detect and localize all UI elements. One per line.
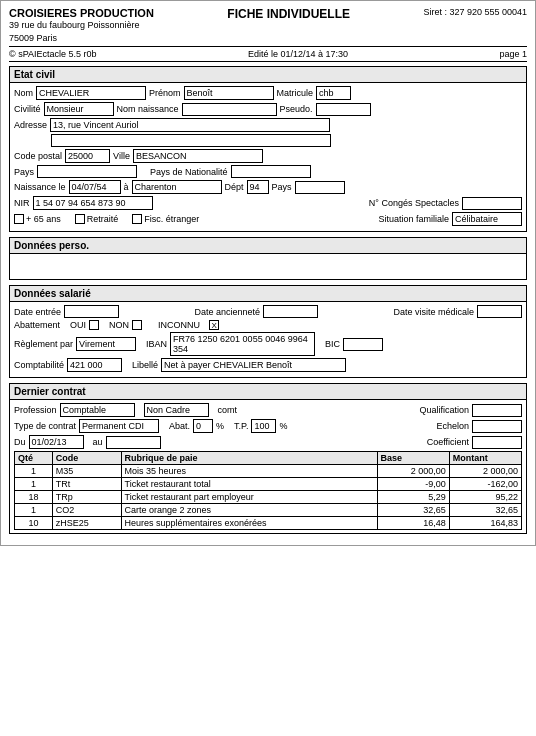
echelon-field[interactable] bbox=[472, 420, 522, 433]
type-contrat-label: Type de contrat bbox=[14, 421, 76, 431]
date-entree-field[interactable] bbox=[64, 305, 119, 318]
cadre-value: Non Cadre bbox=[147, 405, 191, 415]
table-header-row: Qté Code Rubrique de paie Base Montant bbox=[15, 452, 522, 465]
comptabilite-field[interactable]: 421 000 bbox=[67, 358, 122, 372]
naissance-lieu-field[interactable]: Charenton bbox=[132, 180, 222, 194]
cadre-field[interactable]: Non Cadre bbox=[144, 403, 209, 417]
cell-base: -9,00 bbox=[377, 478, 449, 491]
abat-pct: % bbox=[216, 421, 224, 431]
dept-field[interactable]: 94 bbox=[247, 180, 269, 194]
adresse-line1-field[interactable]: 13, rue Vincent Auriol bbox=[50, 118, 330, 132]
comt-label: comt bbox=[218, 405, 238, 415]
type-contrat-field[interactable]: Permanent CDI bbox=[79, 419, 159, 433]
profession-field[interactable]: Comptable bbox=[60, 403, 135, 417]
inconnu-label: INCONNU bbox=[158, 320, 200, 330]
du-field[interactable]: 01/02/13 bbox=[29, 435, 84, 449]
ville-value: BESANCON bbox=[136, 151, 187, 161]
etat-civil-section: Etat civil Nom CHEVALIER Prénom Benoît M… bbox=[9, 66, 527, 232]
situation-field[interactable]: Célibataire bbox=[452, 212, 522, 226]
header: CROISIERES PRODUCTION 39 rue du faubourg… bbox=[9, 7, 527, 44]
bic-label: BIC bbox=[325, 339, 340, 349]
date-visite-field[interactable] bbox=[477, 305, 522, 318]
reglement-field[interactable]: Virement bbox=[76, 337, 136, 351]
retraite-checkbox[interactable] bbox=[75, 214, 85, 224]
libelle-field[interactable]: Net à payer CHEVALIER Benoît bbox=[161, 358, 346, 372]
non-checkbox[interactable] bbox=[132, 320, 142, 330]
row-dates: Date entrée Date ancienneté Date visite … bbox=[14, 305, 522, 318]
cell-base: 2 000,00 bbox=[377, 465, 449, 478]
qualification-field[interactable] bbox=[472, 404, 522, 417]
plus65-checkbox[interactable] bbox=[14, 214, 24, 224]
address-line2: 75009 Paris bbox=[9, 32, 154, 45]
conges-field[interactable] bbox=[462, 197, 522, 210]
cell-rubrique: Carte orange 2 zones bbox=[121, 504, 377, 517]
dept-label: Dépt bbox=[225, 182, 244, 192]
code-postal-value: 25000 bbox=[68, 151, 93, 161]
fisc-checkbox[interactable] bbox=[132, 214, 142, 224]
cell-montant: 2 000,00 bbox=[449, 465, 521, 478]
matricule-field[interactable]: chb bbox=[316, 86, 351, 100]
situation-label: Situation familiale bbox=[378, 214, 449, 224]
libelle-value: Net à payer CHEVALIER Benoît bbox=[164, 360, 292, 370]
au-field[interactable] bbox=[106, 436, 161, 449]
oui-checkbox[interactable] bbox=[89, 320, 99, 330]
nom-field[interactable]: CHEVALIER bbox=[36, 86, 146, 100]
iban-value: FR76 1250 6201 0055 0046 9964 354 bbox=[173, 334, 312, 354]
cell-rubrique: Heures supplémentaires exonérées bbox=[121, 517, 377, 530]
nom-naissance-field[interactable] bbox=[182, 103, 277, 116]
row-comptabilite: Comptabilité 421 000 Libellé Net à payer… bbox=[14, 358, 522, 372]
company-block: CROISIERES PRODUCTION 39 rue du faubourg… bbox=[9, 7, 154, 44]
libelle-label: Libellé bbox=[132, 360, 158, 370]
table-row: 18 TRp Ticket restaurant part employeur … bbox=[15, 491, 522, 504]
donnees-perso-section: Données perso. bbox=[9, 237, 527, 280]
tp-pct: % bbox=[279, 421, 287, 431]
pays-field[interactable] bbox=[37, 165, 137, 178]
tp-field[interactable]: 100 bbox=[251, 419, 276, 433]
coefficient-label: Coefficient bbox=[427, 437, 469, 447]
tp-value: 100 bbox=[254, 421, 269, 431]
bic-field[interactable] bbox=[343, 338, 383, 351]
inconnu-checkbox[interactable] bbox=[209, 320, 219, 330]
date-entree-label: Date entrée bbox=[14, 307, 61, 317]
abat-field[interactable]: 0 bbox=[193, 419, 213, 433]
civilite-field[interactable]: Monsieur bbox=[44, 102, 114, 116]
row-pays: Pays Pays de Nationalité bbox=[14, 165, 522, 178]
naissance-field[interactable]: 04/07/54 bbox=[69, 180, 121, 194]
echelon-label: Echelon bbox=[436, 421, 469, 431]
pseudo-field[interactable] bbox=[316, 103, 371, 116]
edit-date: Edité le 01/12/14 à 17:30 bbox=[248, 49, 348, 59]
naissance-lieu-value: Charenton bbox=[135, 182, 177, 192]
cell-montant: 32,65 bbox=[449, 504, 521, 517]
date-anciennete-field[interactable] bbox=[263, 305, 318, 318]
pays-naissance-field[interactable] bbox=[295, 181, 345, 194]
nir-field[interactable]: 1 54 07 94 654 873 90 bbox=[33, 196, 153, 210]
pays-nationalite-label: Pays de Nationalité bbox=[150, 167, 228, 177]
siret: Siret : 327 920 555 00041 bbox=[423, 7, 527, 17]
du-label: Du bbox=[14, 437, 26, 447]
coefficient-field[interactable] bbox=[472, 436, 522, 449]
cell-code: TRp bbox=[52, 491, 121, 504]
ville-label: Ville bbox=[113, 151, 130, 161]
abattement-label: Abattement bbox=[14, 320, 60, 330]
row-du-au: Du 01/02/13 au Coefficient bbox=[14, 435, 522, 449]
page-title: FICHE INDIVIDUELLE bbox=[154, 7, 424, 21]
row-checkboxes: + 65 ans Retraité Fisc. étranger Situati… bbox=[14, 212, 522, 226]
reglement-value: Virement bbox=[79, 339, 115, 349]
nom-naissance-label: Nom naissance bbox=[117, 104, 179, 114]
ville-field[interactable]: BESANCON bbox=[133, 149, 263, 163]
pays-nationalite-field[interactable] bbox=[231, 165, 311, 178]
iban-field[interactable]: FR76 1250 6201 0055 0046 9964 354 bbox=[170, 332, 315, 356]
retraite-group: Retraité bbox=[75, 214, 119, 224]
adresse-line2-field[interactable] bbox=[51, 134, 331, 147]
table-row: 1 M35 Mois 35 heures 2 000,00 2 000,00 bbox=[15, 465, 522, 478]
row-adresse1: Adresse 13, rue Vincent Auriol bbox=[14, 118, 522, 132]
etat-civil-title: Etat civil bbox=[10, 67, 526, 83]
comptabilite-label: Comptabilité bbox=[14, 360, 64, 370]
code-postal-field[interactable]: 25000 bbox=[65, 149, 110, 163]
nir-label: NIR bbox=[14, 198, 30, 208]
nom-label: Nom bbox=[14, 88, 33, 98]
au-label: au bbox=[93, 437, 103, 447]
prenom-field[interactable]: Benoît bbox=[184, 86, 274, 100]
cell-code: TRt bbox=[52, 478, 121, 491]
cell-rubrique: Ticket restaurant part employeur bbox=[121, 491, 377, 504]
